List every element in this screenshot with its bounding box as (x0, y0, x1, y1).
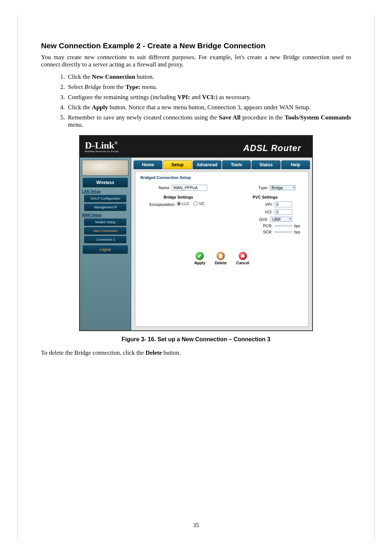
tab-status[interactable]: Status (252, 160, 280, 169)
tab-advanced[interactable]: Advanced (193, 160, 221, 169)
text: Select (68, 83, 85, 90)
italic: Bridge (85, 83, 101, 90)
section-title: New Connection Example 2 - Create a New … (41, 41, 351, 50)
apply-button[interactable]: ✔ Apply (194, 252, 205, 265)
x-icon: ✖ (239, 252, 247, 260)
tab-tools[interactable]: Tools (222, 160, 251, 169)
logo-tagline: Building Networks for People (85, 150, 119, 153)
type-select[interactable]: Bridge (270, 185, 296, 190)
cancel-button[interactable]: ✖ Cancel (236, 252, 249, 265)
sidebar-item-connection-1[interactable]: Connection 1 (84, 236, 126, 243)
name-input[interactable]: WAN_PPPoA (172, 185, 207, 191)
text: Click the (68, 104, 92, 111)
pcr-label: PCR: (240, 224, 273, 228)
panel-heading: Bridged Connection Setup (140, 175, 303, 180)
bridge-settings-col: Bridge Settings Encapsulation: LLC VC (140, 195, 216, 236)
action-row: ✔ Apply 🗑 Delete ✖ Cancel (140, 252, 303, 265)
text: and (190, 94, 202, 101)
pcr-input[interactable] (275, 225, 292, 227)
text: procedure in the (241, 114, 285, 121)
router-main: Home Setup Advanced Tools Status Help Br… (131, 158, 312, 330)
text: ) as necessary. (216, 94, 251, 101)
encap-vc-label: VC (199, 201, 204, 206)
sidebar-group-lan[interactable]: LAN Setup (82, 190, 128, 194)
product-image (82, 160, 128, 176)
delete-button[interactable]: 🗑 Delete (215, 252, 227, 265)
scr-unit: bps (294, 230, 303, 234)
text: menu. (140, 83, 157, 90)
encap-llc-radio[interactable]: LLC (177, 201, 189, 206)
step-2: Select Bridge from the Type: menu. (66, 83, 351, 91)
text: button. (135, 73, 154, 80)
pcr-unit: bps (294, 224, 303, 228)
vpi-input[interactable]: 0 (275, 201, 292, 207)
text: menu. (68, 121, 83, 128)
bold: Tools/System Commands (285, 114, 351, 121)
type-label: Type: (258, 186, 268, 190)
dlink-logo: D-Link® Building Networks for People (85, 141, 119, 153)
outro-paragraph: To delete the Bridge connection, click t… (41, 349, 351, 357)
bold: Type: (126, 83, 140, 90)
encap-label: Encapsulation: (150, 202, 176, 207)
logo-text: D-Link (85, 140, 114, 151)
bold: Save All (219, 114, 241, 121)
sidebar-group-wan[interactable]: WAN Setup (82, 213, 128, 217)
radio-icon (177, 201, 181, 206)
router-header: D-Link® Building Networks for People ADS… (80, 136, 312, 158)
delete-label: Delete (215, 261, 227, 265)
encap-llc-label: LLC (182, 201, 189, 206)
vci-label: VCI: (240, 210, 273, 214)
tabs: Home Setup Advanced Tools Status Help (131, 158, 312, 169)
bold: Apply (92, 104, 108, 111)
name-label: Name: (159, 186, 170, 190)
step-5: Remember to save any newly created conne… (66, 114, 351, 129)
cancel-label: Cancel (236, 261, 249, 265)
sidebar-item-logout[interactable]: Logout (83, 245, 128, 254)
vci-input[interactable]: 0 (275, 209, 292, 215)
text: from the (101, 83, 126, 90)
steps-list: Click the New Connection button. Select … (41, 73, 351, 129)
tab-setup[interactable]: Setup (163, 160, 192, 169)
intro-paragraph: You may create new connections to suit d… (41, 54, 351, 68)
radio-icon (193, 201, 198, 206)
bold: VCI: (202, 94, 216, 101)
sidebar-item-new-connection[interactable]: New Connection (84, 227, 126, 235)
tab-home[interactable]: Home (134, 160, 162, 169)
step-4: Click the Apply button. Notice that a ne… (66, 104, 351, 111)
router-screenshot: D-Link® Building Networks for People ADS… (79, 135, 313, 331)
bold: Delete (146, 349, 162, 356)
sidebar-item-wireless[interactable]: Wireless (83, 178, 128, 187)
encap-vc-radio[interactable]: VC (193, 201, 204, 206)
qos-select[interactable]: UBR (270, 217, 292, 222)
bridge-settings-heading: Bridge Settings (140, 195, 216, 199)
pvc-settings-col: PVC Settings VPI: 0 VCI: 0 (227, 195, 303, 236)
vpi-label: VPI: (240, 202, 273, 207)
text: Configure the remaining settings (includ… (68, 94, 177, 101)
qos-label: QoS: (236, 217, 268, 221)
step-3: Configure the remaining settings (includ… (66, 94, 351, 101)
text: Remember to save any newly created conne… (68, 114, 219, 121)
apply-label: Apply (194, 261, 205, 265)
scr-input[interactable] (275, 231, 292, 233)
text: button. Notice that a new menu button, C… (108, 104, 311, 111)
page-number: 35 (18, 522, 374, 529)
router-sidebar: Wireless LAN Setup DHCP Configuration Ma… (80, 158, 131, 330)
text: Click the (68, 73, 92, 80)
text: button. (162, 349, 181, 356)
router-title: ADSL Router (243, 143, 301, 153)
sidebar-item-modem[interactable]: Modem Setup (84, 219, 126, 226)
step-1: Click the New Connection button. (66, 73, 351, 81)
text: To delete the Bridge connection, click t… (41, 349, 146, 356)
bold: New Connection (92, 73, 135, 80)
sidebar-item-dhcp[interactable]: DHCP Configuration (84, 195, 126, 202)
panel: Bridged Connection Setup Name: WAN_PPPoA… (135, 171, 309, 327)
sidebar-item-mgmt-ip[interactable]: Management IP (84, 204, 126, 211)
scr-label: SCR: (240, 230, 273, 234)
tab-help[interactable]: Help (281, 160, 310, 169)
pvc-settings-heading: PVC Settings (227, 195, 303, 199)
figure-caption: Figure 3- 16. Set up a New Connection – … (41, 336, 351, 343)
trash-icon: 🗑 (217, 252, 225, 260)
bold: VPI: (177, 94, 190, 101)
check-icon: ✔ (196, 252, 204, 260)
